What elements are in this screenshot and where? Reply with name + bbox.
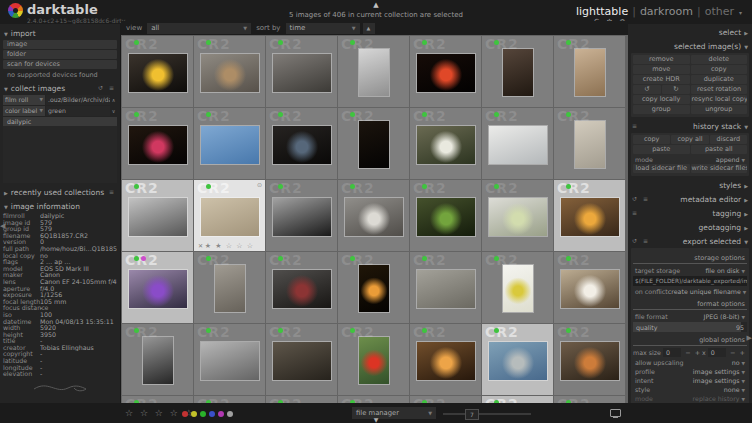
thumbnail-cell[interactable]: CR2	[410, 252, 481, 323]
thumbnail-cell[interactable]: CR2⊙✕★ ★ ☆ ☆ ☆	[194, 180, 265, 251]
view-mode-darkroom[interactable]: darkroom	[640, 5, 693, 18]
sidecar-button[interactable]: load sidecar file	[633, 164, 690, 173]
history-button[interactable]: discard	[710, 135, 747, 144]
tagging-header[interactable]: ≡tagging▶	[631, 206, 749, 220]
star-rating-overlay[interactable]: ★ ★ ☆ ☆ ☆	[205, 242, 254, 250]
photo-thumbnail[interactable]	[417, 54, 475, 92]
thumbnail-cell[interactable]: CR2	[338, 180, 409, 251]
photo-thumbnail[interactable]	[417, 198, 475, 236]
thumbnail-cell[interactable]: CR2	[410, 180, 481, 251]
photo-thumbnail[interactable]	[489, 126, 547, 164]
history-button[interactable]: copy	[633, 135, 670, 144]
thumbnail-cell[interactable]: CR2	[122, 252, 193, 323]
photo-thumbnail[interactable]	[417, 342, 475, 380]
collect-field-select[interactable]: film roll▼	[3, 95, 45, 105]
presets-icon[interactable]: ≡	[643, 237, 650, 244]
sidecar-button[interactable]: write sidecar files	[691, 164, 748, 173]
thumbnail-cell[interactable]: CR2	[554, 36, 625, 107]
zoom-slider[interactable]: 7	[443, 413, 531, 415]
photo-thumbnail[interactable]	[489, 342, 547, 380]
target-storage-row[interactable]: target storagefile on disk▼	[633, 266, 747, 275]
photo-thumbnail[interactable]	[575, 121, 605, 168]
import-button[interactable]: scan for devices	[3, 60, 117, 69]
selected-images-header[interactable]: selected image(s)▼	[631, 39, 749, 53]
photo-thumbnail[interactable]	[273, 54, 331, 92]
presets-icon[interactable]: ≡	[109, 84, 116, 91]
filename-template-input[interactable]: $(FILE_FOLDER)/darktable_exported/img_	[633, 276, 747, 286]
reset-rotation-button[interactable]: reset rotation	[691, 85, 747, 94]
rotate-cw-icon[interactable]: ↻	[662, 85, 690, 94]
thumbnail-cell[interactable]: CR2	[482, 180, 553, 251]
export-option-row[interactable]: allow upscalingno▼	[633, 358, 747, 367]
photo-thumbnail[interactable]	[273, 270, 331, 308]
thumbnail-cell[interactable]: CR2	[554, 396, 625, 403]
photo-thumbnail[interactable]	[273, 198, 331, 236]
collect-field-select[interactable]: color label▼	[3, 106, 45, 116]
history-mode-row[interactable]: modeappend▼	[633, 155, 747, 164]
photo-thumbnail[interactable]	[359, 49, 389, 96]
export-selected-header[interactable]: ↺ ≡export selected▼	[631, 234, 749, 248]
metadata-editor-header[interactable]: ↺ ≡metadata editor▶	[631, 192, 749, 206]
photo-thumbnail[interactable]	[561, 198, 619, 236]
reset-icon[interactable]: ↺	[98, 84, 105, 91]
thumbnail-cell[interactable]: CR2	[554, 108, 625, 179]
photo-thumbnail[interactable]	[273, 126, 331, 164]
selected-images-button[interactable]: copy locally	[633, 95, 690, 104]
photo-thumbnail[interactable]	[417, 126, 475, 164]
import-button[interactable]: image	[3, 40, 117, 49]
thumbnail-cell[interactable]: CR2	[266, 36, 337, 107]
file-format-row[interactable]: file formatJPEG (8-bit)▼	[633, 312, 747, 321]
minus-stepper[interactable]: −	[730, 349, 735, 357]
photo-thumbnail[interactable]	[273, 342, 331, 380]
photo-thumbnail[interactable]	[503, 49, 533, 96]
thumbnail-cell[interactable]: CR2	[482, 324, 553, 395]
thumbnail-cell[interactable]: CR2	[338, 36, 409, 107]
image-information-header[interactable]: ▼image information	[3, 199, 117, 213]
photo-thumbnail[interactable]	[129, 126, 187, 164]
photo-thumbnail[interactable]	[561, 270, 619, 308]
history-button[interactable]: paste all	[691, 145, 748, 154]
recent-collections-header[interactable]: ▶recently used collections≡	[3, 185, 117, 199]
photo-thumbnail[interactable]	[129, 270, 187, 308]
thumbnail-cell[interactable]: CR2	[410, 36, 481, 107]
thumbnail-cell[interactable]: CR2	[266, 252, 337, 323]
thumbnail-cell[interactable]: CR2	[338, 252, 409, 323]
selected-images-button[interactable]: create HDR	[633, 75, 690, 84]
left-panel-collapse-arrow[interactable]: ◀	[0, 222, 5, 230]
export-option-row[interactable]: stylenone▼	[633, 385, 747, 394]
import-module-header[interactable]: ▼import	[3, 26, 117, 40]
chevron-down-icon[interactable]: ▾	[739, 9, 742, 16]
thumbnail-cell[interactable]: CR2	[194, 108, 265, 179]
thumbnail-cell[interactable]: CR2	[122, 324, 193, 395]
photo-thumbnail[interactable]	[201, 54, 259, 92]
thumbnail-cell[interactable]: CR2	[194, 324, 265, 395]
photo-thumbnail[interactable]	[575, 49, 605, 96]
photo-thumbnail[interactable]	[201, 126, 259, 164]
thumbnail-cell[interactable]: CR2	[554, 324, 625, 395]
view-mode-other[interactable]: other	[705, 5, 734, 18]
thumbnail-cell[interactable]: CR2	[194, 252, 265, 323]
thumbnail-cell[interactable]: CR2	[482, 108, 553, 179]
presets-icon[interactable]: ≡	[109, 188, 116, 195]
photo-thumbnail[interactable]	[503, 265, 533, 312]
export-option-row[interactable]: intentimage settings▼	[633, 376, 747, 385]
selected-images-button[interactable]: copy	[691, 65, 748, 74]
thumbnail-cell[interactable]: CR2	[482, 36, 553, 107]
selected-images-button[interactable]: move	[633, 65, 690, 74]
photo-thumbnail[interactable]	[201, 342, 259, 380]
photo-thumbnail[interactable]	[345, 198, 403, 236]
photo-thumbnail[interactable]	[359, 121, 389, 168]
plus-stepper[interactable]: +	[695, 349, 700, 357]
photo-thumbnail[interactable]	[129, 198, 187, 236]
reject-icon[interactable]: ✕	[198, 242, 203, 249]
selected-images-button[interactable]: group	[633, 105, 690, 114]
photo-thumbnail[interactable]	[129, 54, 187, 92]
thumbnail-cell[interactable]: CR2	[554, 252, 625, 323]
thumbnail-cell[interactable]: CR2	[266, 324, 337, 395]
on-conflict-row[interactable]: on conflictcreate unique filename▼	[633, 287, 747, 296]
photo-thumbnail[interactable]	[201, 198, 259, 236]
styles-header[interactable]: styles▶	[631, 178, 749, 192]
history-button[interactable]: copy all	[671, 135, 708, 144]
thumbnail-cell[interactable]: CR2	[554, 180, 625, 251]
reset-icon[interactable]: ↺	[632, 195, 639, 202]
